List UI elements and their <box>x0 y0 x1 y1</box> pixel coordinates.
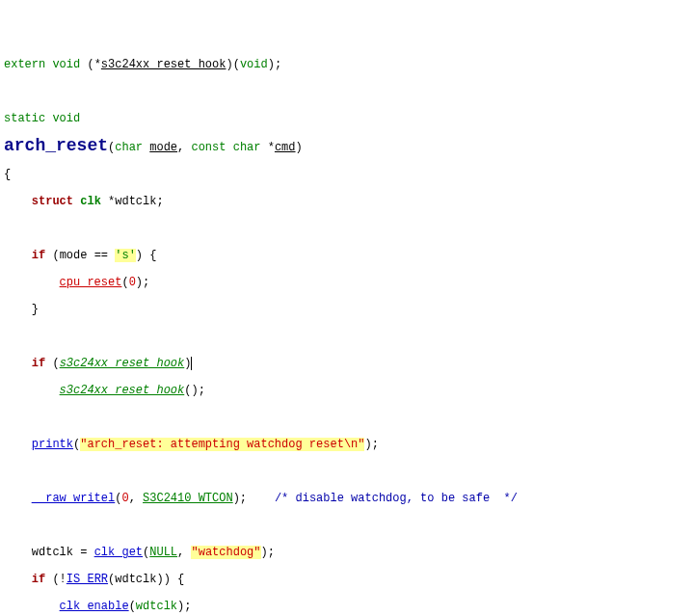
paren: ( <box>87 58 93 71</box>
paren: ( <box>45 357 59 370</box>
code-line-19: wdtclk = clk_get(NULL, "watchdog"); <box>4 546 689 559</box>
paren: ) <box>184 357 192 370</box>
code-line-10: } <box>4 303 689 316</box>
var-wdtclk: wdtclk <box>32 546 73 559</box>
code-line-5: { <box>4 168 689 181</box>
var-wdtclk: wdtclk; <box>115 195 163 208</box>
end: ); <box>177 600 191 613</box>
comment: /* disable watchdog, to be safe */ <box>275 492 518 505</box>
macro-wtcon: S3C2410_WTCON <box>143 492 233 505</box>
paren: )) { <box>156 573 184 586</box>
star: * <box>268 141 275 154</box>
keyword-extern: extern <box>4 58 45 71</box>
paren: ( <box>45 249 59 262</box>
fn-clk-get: clk_get <box>94 546 143 559</box>
code-line-blank <box>4 330 689 343</box>
code-line-21: clk_enable(wdtclk); <box>4 600 689 613</box>
function-name-arch-reset: arch_reset <box>4 136 108 155</box>
keyword-static: static <box>4 112 45 125</box>
keyword-void: void <box>52 112 80 125</box>
code-line-12: if (s3c24xx_reset_hook) <box>4 357 689 370</box>
keyword-char: char <box>233 141 261 154</box>
args: (); <box>184 384 205 397</box>
fn-cpu-reset: cpu_reset <box>60 276 122 289</box>
code-line-15: printk("arch_reset: attempting watchdog … <box>4 438 689 451</box>
code-line-6: struct clk *wdtclk; <box>4 195 689 208</box>
macro-null: NULL <box>149 546 177 559</box>
paren: ) { <box>136 249 157 262</box>
var-wdtclk: wdtclk <box>115 573 156 586</box>
end: ); <box>261 546 275 559</box>
var-wdtclk: wdtclk <box>136 600 177 613</box>
star: * <box>94 58 101 71</box>
eq: == <box>87 249 115 262</box>
code-line-blank <box>4 85 689 98</box>
var-mode: mode <box>60 249 88 262</box>
comma: , <box>129 492 143 505</box>
code-line-blank <box>4 519 689 532</box>
code-line-20: if (!IS_ERR(wdtclk)) { <box>4 573 689 586</box>
code-line-13: s3c24xx_reset_hook(); <box>4 384 689 397</box>
keyword-if: if <box>32 357 45 370</box>
param-mode: mode <box>149 141 177 154</box>
end: ); <box>136 276 149 289</box>
code-line-3: static void <box>4 112 689 125</box>
fn-is-err: IS_ERR <box>67 573 108 586</box>
string-literal: "watchdog" <box>191 546 260 559</box>
end: ); <box>268 58 281 71</box>
paren: ( <box>129 600 136 613</box>
code-line-blank <box>4 411 689 424</box>
code-line-9: cpu_reset(0); <box>4 276 689 289</box>
code-line-4: arch_reset(char mode, const char *cmd) <box>4 139 689 154</box>
end: ); <box>233 492 247 505</box>
code-line-17: __raw_writel(0, S3C2410_WTCON); /* disab… <box>4 492 689 505</box>
num-zero: 0 <box>129 276 136 289</box>
paren: ) <box>296 141 303 154</box>
param-cmd: cmd <box>275 141 296 154</box>
type-clk: clk <box>80 195 101 208</box>
keyword-void: void <box>52 58 80 71</box>
fn-reset-hook: s3c24xx_reset_hook <box>60 384 185 397</box>
char-literal-s: 's' <box>115 249 136 262</box>
keyword-if: if <box>32 249 45 262</box>
fn-printk: printk <box>32 438 73 451</box>
keyword-char: char <box>115 141 143 154</box>
fn-clk-enable: clk_enable <box>60 600 129 613</box>
keyword-if: if <box>32 573 45 586</box>
end: ); <box>364 438 378 451</box>
paren: (! <box>45 573 67 586</box>
paren: )( <box>226 58 239 71</box>
code-line-1: extern void (*s3c24xx_reset_hook)(void); <box>4 58 689 71</box>
num-zero: 0 <box>121 492 128 505</box>
string-literal: "arch_reset: attempting watchdog reset\n… <box>80 438 364 451</box>
brace: } <box>32 303 39 316</box>
fn-reset-hook: s3c24xx_reset_hook <box>60 357 185 370</box>
code-line-8: if (mode == 's') { <box>4 249 689 262</box>
ident-reset-hook: s3c24xx_reset_hook <box>101 58 227 71</box>
keyword-const: const <box>191 141 226 154</box>
comma: , <box>177 546 191 559</box>
fn-raw-writel: __raw_writel <box>32 492 115 505</box>
paren: ( <box>121 276 128 289</box>
code-line-blank <box>4 465 689 478</box>
keyword-void: void <box>240 58 268 71</box>
keyword-struct: struct <box>32 195 73 208</box>
eq: = <box>73 546 94 559</box>
code-line-blank <box>4 222 689 235</box>
comma: , <box>177 141 191 154</box>
brace: { <box>4 168 11 181</box>
